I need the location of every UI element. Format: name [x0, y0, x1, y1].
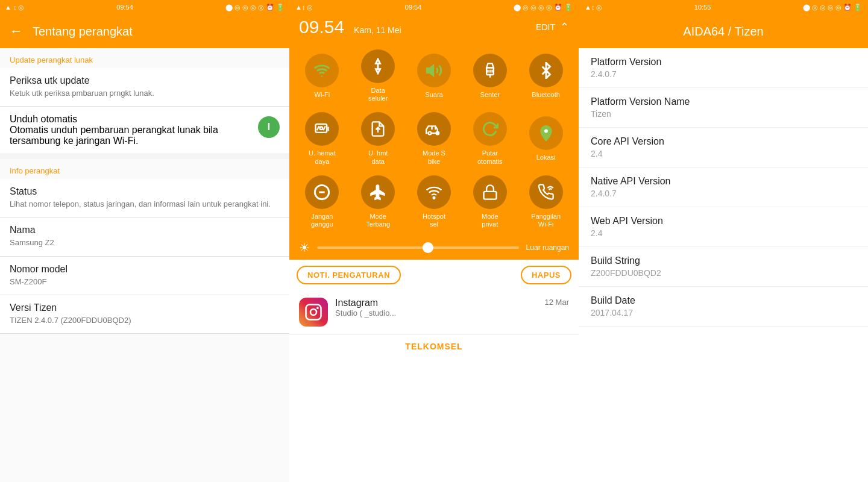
notif-buttons-row: NOTI. PENGATURAN HAPUS [289, 260, 579, 290]
section-update-label: Update perangkat lunak [0, 48, 289, 68]
quick-uhmt[interactable]: U. hmtdata [350, 107, 406, 170]
time-row: 09.54 Kam, 11 Mei EDIT ⌃ [289, 14, 579, 42]
quick-bluetooth[interactable]: Bluetooth [518, 45, 574, 107]
wifi-label: Wi-Fi [315, 91, 330, 99]
info-value-native-api: 2.4.0.7 [591, 189, 856, 198]
lokasi-label: Lokasi [536, 154, 556, 161]
jangan-icon-circle [305, 175, 339, 209]
edit-row: EDIT ⌃ [536, 20, 569, 34]
info-label-platform-version-name: Platform Version Name [591, 96, 856, 107]
brightness-row: ☀ Luar ruangan [289, 236, 579, 260]
list-item-status[interactable]: Status Lihat nomor telepon, status jarin… [0, 179, 289, 218]
info-value-build-date: 2017.04.17 [591, 308, 856, 318]
notif-time: 12 Mar [545, 298, 569, 307]
info-value-web-api: 2.4 [591, 228, 856, 238]
hotspot-label: Hotspotsel [423, 213, 445, 228]
uhmt-label: U. hmtdata [368, 149, 388, 165]
edit-label[interactable]: EDIT [536, 22, 555, 32]
quick-privat[interactable]: Modeprivat [462, 171, 518, 233]
quick-data[interactable]: Dataseluler [350, 45, 406, 107]
info-value-platform-version: 2.4.0.7 [591, 69, 856, 79]
separator [0, 154, 289, 159]
quick-wifi[interactable]: Wi-Fi [294, 45, 350, 107]
unduh-subtitle: Otomatis unduh pembaruan perangkat lunak… [10, 125, 258, 146]
right-icons-p1: ⬤ ◎ ◎ ◎ ◎ ⏰ 🔋 [225, 4, 285, 11]
brightness-thumb [423, 242, 433, 253]
nama-value: Samsung Z2 [10, 237, 280, 248]
terbang-icon-circle [361, 175, 395, 209]
status-bar-p3: ▲↕ ◎ 10:55 ⬤ ◎ ◎ ◎ ◎ ⏰ 🔋 [579, 0, 868, 14]
privat-label: Modeprivat [482, 213, 498, 228]
panel-aida64: ▲↕ ◎ 10:55 ⬤ ◎ ◎ ◎ ◎ ⏰ 🔋 AIDA64 / Tizen … [579, 0, 868, 482]
suara-icon-circle [417, 54, 451, 87]
status-bar-p1: ▲ ↕ ◎ 09:54 ⬤ ◎ ◎ ◎ ◎ ⏰ 🔋 [0, 0, 289, 14]
data-label: Dataseluler [368, 87, 388, 102]
brightness-slider[interactable] [317, 246, 519, 249]
model-value: SM-Z200F [10, 277, 280, 287]
list-item-tizen[interactable]: Versi Tizen TIZEN 2.4.0.7 (Z200FDDU0BQD2… [0, 295, 289, 334]
list-item-nama[interactable]: Nama Samsung Z2 [0, 218, 289, 256]
right-icons-p2: ⬤ ◎ ◎ ◎ ◎ ⏰ 🔋 [514, 4, 573, 11]
svg-point-23 [310, 309, 316, 315]
status-subtitle: Lihat nomor telepon, status jaringan, da… [10, 199, 280, 210]
periksa-title: Periksa utk update [10, 75, 280, 86]
notif-clear-button[interactable]: HAPUS [521, 266, 571, 284]
quick-suara[interactable]: Suara [406, 45, 462, 107]
panel3-title: AIDA64 / Tizen [683, 25, 763, 39]
time-p3: 10:55 [694, 4, 711, 11]
tizen-value: TIZEN 2.4.0.7 (Z200FDDU0BQD2) [10, 315, 280, 326]
quick-uhemat[interactable]: U. hematdaya [294, 107, 350, 170]
list-item-periksa[interactable]: Periksa utk update Ketuk utk periksa pmb… [0, 68, 289, 107]
svg-rect-22 [306, 305, 321, 320]
data-icon-circle [361, 49, 395, 83]
status-title: Status [10, 186, 280, 197]
notif-settings-button[interactable]: NOTI. PENGATURAN [297, 266, 401, 284]
info-native-api: Native API Version 2.4.0.7 [579, 167, 868, 207]
quick-panggilan[interactable]: PanggilanWi-Fi [518, 171, 574, 233]
info-web-api: Web API Version 2.4 [579, 207, 868, 247]
list-item-unduh[interactable]: Unduh otomatis Otomatis unduh pembaruan … [0, 107, 289, 154]
quick-senter[interactable]: Senter [462, 45, 518, 107]
quick-jangan[interactable]: Janganganggu [294, 171, 350, 233]
nama-title: Nama [10, 225, 280, 236]
info-label-web-api: Web API Version [591, 216, 856, 227]
panel3-content: Platform Version 2.4.0.7 Platform Versio… [579, 48, 868, 482]
panel3-header: AIDA64 / Tizen [579, 14, 868, 48]
info-value-core-api: 2.4 [591, 149, 856, 158]
notif-item-instagram[interactable]: Instagram Studio ( _studio... 12 Mar [289, 290, 579, 334]
info-build-date: Build Date 2017.04.17 [579, 287, 868, 327]
unduh-text: Unduh otomatis Otomatis unduh pembaruan … [10, 114, 258, 146]
quick-terbang[interactable]: ModeTerbang [350, 171, 406, 233]
status-bar-p2: ▲↕ ◎ 09:54 ⬤ ◎ ◎ ◎ ◎ ⏰ 🔋 [289, 0, 579, 14]
lokasi-icon-circle [529, 116, 563, 150]
carrier-label: TELKOMSEL [289, 334, 579, 358]
svg-point-24 [316, 307, 319, 309]
terbang-label: ModeTerbang [366, 213, 390, 228]
back-button[interactable]: ← [10, 23, 23, 39]
info-value-platform-version-name: Tizen [591, 109, 856, 119]
quick-lokasi[interactable]: Lokasi [518, 107, 574, 170]
panel1-header: ← Tentang perangkat [0, 14, 289, 48]
info-label-core-api: Core API Version [591, 136, 856, 147]
periksa-subtitle: Ketuk utk periksa pmbaruan prngkt lunak. [10, 88, 280, 99]
chevron-up-icon[interactable]: ⌃ [560, 20, 569, 34]
quick-putar[interactable]: Putarotomatis [462, 107, 518, 170]
tizen-title: Versi Tizen [10, 302, 280, 313]
info-label-build-date: Build Date [591, 295, 856, 306]
jangan-label: Janganganggu [311, 213, 333, 228]
modes-label: Mode Sbike [423, 149, 445, 165]
bluetooth-icon-circle [529, 54, 563, 87]
time-p1: 09:54 [116, 4, 133, 11]
quick-hotspot[interactable]: Hotspotsel [406, 171, 462, 233]
putar-label: Putarotomatis [477, 149, 503, 165]
modes-icon-circle [417, 112, 451, 146]
svg-marker-2 [427, 65, 433, 75]
quick-modes[interactable]: Mode Sbike [406, 107, 462, 170]
panel1-content: Update perangkat lunak Periksa utk updat… [0, 48, 289, 482]
notif-app-name: Instagram [335, 298, 538, 308]
panel-quick-settings: ▲↕ ◎ 09:54 ⬤ ◎ ◎ ◎ ◎ ⏰ 🔋 09.54 Kam, 11 M… [289, 0, 579, 482]
notification-section: NOTI. PENGATURAN HAPUS Instagram Studio … [289, 260, 579, 482]
list-item-model[interactable]: Nomor model SM-Z200F [0, 257, 289, 295]
toggle-unduh[interactable]: I [258, 116, 280, 138]
info-label-build-string: Build String [591, 255, 856, 266]
